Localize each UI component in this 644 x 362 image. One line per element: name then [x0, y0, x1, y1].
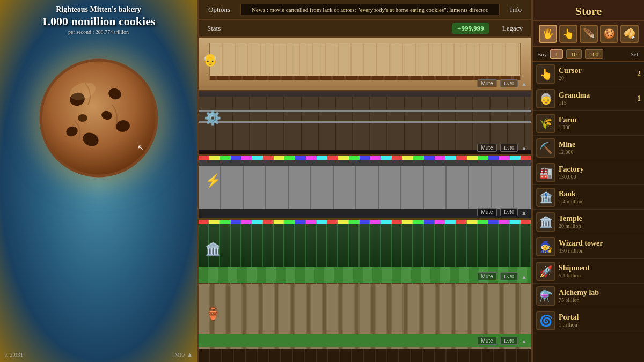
store-item-temple[interactable]: 🏛️Temple20 million: [533, 210, 644, 234]
store-item-bank[interactable]: 🏦Bank1.4 million: [533, 185, 644, 210]
gear-sprite: ⚙️: [204, 110, 221, 127]
store-item-icon-0: 👆: [536, 64, 555, 84]
mine-scroll-up[interactable]: ▲: [521, 145, 527, 151]
store-item-name-0: Cursor: [559, 67, 627, 75]
big-cookie[interactable]: ↖: [32, 51, 166, 185]
store-title: Store: [533, 0, 644, 21]
mute-bottom-btn[interactable]: M!0 ▲: [174, 351, 193, 358]
cursor-icon-golden[interactable]: 🥠: [620, 25, 639, 43]
store-item-factory[interactable]: 🏭Factory130,000: [533, 160, 644, 185]
arrow-up-icon: ▲: [187, 351, 193, 358]
store-item-price-5: 1.4 million: [559, 198, 641, 204]
store-item-name-5: Bank: [559, 190, 641, 198]
cookie-per-second: per second : 208.774 trillion: [68, 29, 129, 35]
legacy-button[interactable]: Legacy: [494, 22, 531, 35]
temple-scroll-up[interactable]: ▲: [521, 338, 527, 344]
store-item-price-8: 5.1 billion: [559, 272, 641, 278]
store-item-price-0: 20: [559, 75, 627, 81]
game-layers: 👴 Mute Lv!0 ▲ ⚙️ Mute Lv!0 ▲ ⚡: [199, 38, 531, 362]
info-button[interactable]: Info: [500, 2, 531, 17]
conveyor: [199, 166, 531, 209]
factory-layer: ⚡ Mute Lv!0 ▲: [199, 156, 531, 220]
right-panel: Store 🖐 👆 🪶 🍪 🥠 Buy 1 10 100 Sell 👆Curso…: [531, 0, 644, 362]
buy-10-button[interactable]: 10: [566, 49, 582, 59]
bank-scroll-up[interactable]: ▲: [521, 274, 527, 280]
cursor-icon-hand[interactable]: 🖐: [539, 25, 557, 43]
store-item-portal[interactable]: 🌀Portal1 trillion: [533, 308, 644, 333]
bank-mute-btn[interactable]: Mute: [477, 272, 496, 280]
buy-100-button[interactable]: 100: [585, 49, 604, 59]
store-item-icon-3: ⛏️: [536, 138, 555, 158]
temple-mute-btn[interactable]: Mute: [477, 337, 496, 345]
store-item-cursor[interactable]: 👆Cursor202: [533, 62, 644, 86]
store-item-name-6: Temple: [559, 215, 641, 223]
store-item-price-10: 1 trillion: [559, 322, 641, 328]
temple-layer: 🏺 Mute Lv!0 ▲: [199, 284, 531, 349]
factory-sprite: ⚡: [205, 173, 221, 188]
factory-layer-controls: Mute Lv!0 ▲: [477, 208, 527, 216]
store-items-list: 👆Cursor202👵Grandma1151🌾Farm1,100⛏️Mine12…: [533, 62, 644, 362]
temple-layer-controls: Mute Lv!0 ▲: [477, 337, 527, 345]
mine-mute-btn[interactable]: Mute: [477, 144, 496, 152]
grandma-scroll-up[interactable]: ▲: [521, 80, 527, 87]
bottom-layer: ✨ Mute Lv!0 ▲: [199, 349, 531, 362]
store-item-price-7: 330 million: [559, 248, 641, 254]
store-item-icon-2: 🌾: [536, 114, 555, 133]
bank-layer: 🏛️ Mute Lv!0 ▲: [199, 220, 531, 284]
cookie-svg: [32, 51, 166, 185]
buy-label: Buy: [537, 51, 547, 57]
cursor-icon-feather[interactable]: 🪶: [580, 25, 598, 43]
version-text: v. 2.031: [4, 351, 23, 358]
bank-level: Lv!0: [500, 272, 518, 280]
bakery-name: Righteous Mitten's bakery: [56, 5, 141, 14]
mine-layer: ⚙️ Mute Lv!0 ▲: [199, 91, 531, 156]
grandma-mute-btn[interactable]: Mute: [477, 79, 496, 87]
store-item-price-2: 1,100: [559, 124, 641, 130]
top-bar: Options News : movie cancelled from lack…: [199, 0, 531, 20]
cursor-icon-cookie[interactable]: 🍪: [600, 25, 618, 43]
store-item-name-1: Grandma: [559, 91, 627, 100]
grandma-layer: 👴 Mute Lv!0 ▲: [199, 38, 531, 91]
store-item-price-3: 12,000: [559, 149, 641, 155]
store-item-farm[interactable]: 🌾Farm1,100: [533, 111, 644, 136]
buy-1-button[interactable]: 1: [550, 49, 563, 59]
store-item-shipment[interactable]: 🚀Shipment5.1 billion: [533, 259, 644, 284]
store-item-name-8: Shipment: [559, 264, 641, 272]
store-item-name-2: Farm: [559, 116, 641, 124]
cursor-icon-point[interactable]: 👆: [559, 25, 577, 43]
factory-scroll-up[interactable]: ▲: [521, 209, 527, 216]
factory-mute-btn[interactable]: Mute: [477, 208, 496, 216]
store-item-alchemy-lab[interactable]: ⚗️Alchemy lab75 billion: [533, 284, 644, 308]
cookie-bonus: +999,999: [452, 23, 489, 34]
store-item-icon-5: 🏦: [536, 188, 555, 207]
store-item-name-10: Portal: [559, 313, 641, 322]
store-item-price-4: 130,000: [559, 174, 641, 180]
second-bar: Stats +999,999 Legacy: [199, 20, 531, 38]
store-item-mine[interactable]: ⛏️Mine12,000: [533, 136, 644, 160]
store-item-name-9: Alchemy lab: [559, 289, 641, 297]
temple-sprite: 🏺: [205, 306, 221, 321]
options-button[interactable]: Options: [199, 2, 240, 17]
svg-point-9: [78, 114, 87, 122]
store-item-count-0: 2: [630, 70, 641, 78]
store-item-icon-10: 🌀: [536, 311, 555, 330]
store-item-icon-7: 🧙: [536, 237, 555, 256]
colorful-band: [199, 156, 531, 160]
mine-layer-controls: Mute Lv!0 ▲: [477, 144, 527, 152]
store-item-icon-9: ⚗️: [536, 286, 555, 306]
grandma-row: [209, 43, 521, 80]
buy-row: Buy 1 10 100 Sell: [533, 47, 644, 62]
railroad-bg: [199, 97, 531, 150]
middle-panel: Options News : movie cancelled from lack…: [199, 0, 531, 362]
cursor-icons-row: 🖐 👆 🪶 🍪 🥠: [533, 21, 644, 47]
left-panel: Righteous Mitten's bakery 1.000 nonillio…: [0, 0, 199, 362]
factory-level: Lv!0: [500, 208, 518, 216]
news-ticker: News : movie cancelled from lack of acto…: [240, 4, 500, 15]
stats-button[interactable]: Stats: [199, 22, 229, 35]
store-item-wizard-tower[interactable]: 🧙Wizard tower330 million: [533, 234, 644, 259]
grandma-sprite: 👴: [203, 53, 214, 75]
store-item-grandma[interactable]: 👵Grandma1151: [533, 86, 644, 111]
store-item-price-9: 75 billion: [559, 297, 641, 303]
store-item-icon-8: 🚀: [536, 262, 555, 281]
store-item-name-4: Factory: [559, 165, 641, 174]
